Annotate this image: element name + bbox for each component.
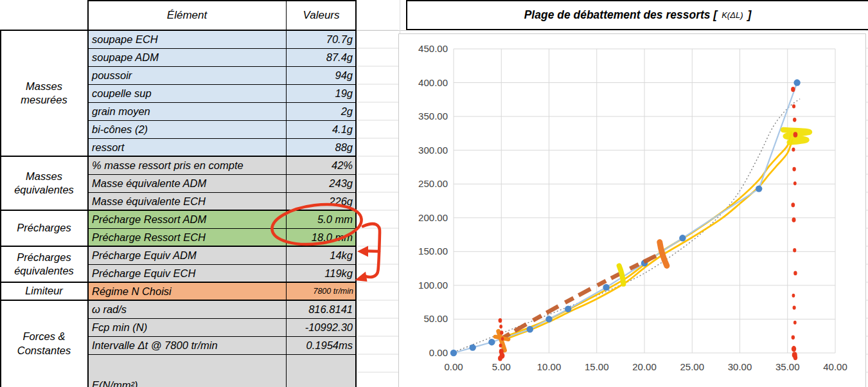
y-axis-tick-label: 150.00: [418, 246, 448, 256]
table-cell-label[interactable]: Précharge Equiv ECH: [88, 264, 286, 282]
table-border: [88, 354, 357, 355]
table-cell-label[interactable]: Précharge Ressort ECH: [88, 228, 286, 246]
row-label: Masse équivalente ADM: [88, 174, 286, 192]
table-border: [0, 30, 357, 31]
spreadsheet-app: ÉlémentValeurssoupape ECH70.7gsoupape AD…: [0, 0, 868, 387]
row-label: coupelle sup: [88, 84, 286, 102]
red-dotted-line-dot: [498, 356, 502, 361]
red-dotted-line-dot: [793, 321, 797, 325]
red-dotted-line-dot: [499, 318, 502, 323]
red-dotted-line-dot: [793, 248, 796, 252]
header-values-label: Valeurs: [286, 0, 357, 30]
table-cell-label[interactable]: Précharge Equiv ADM: [88, 246, 286, 264]
table-border: [88, 120, 357, 121]
table-cell-value[interactable]: 243g: [286, 174, 357, 192]
table-cell-value[interactable]: -10992.30: [286, 318, 357, 336]
row-value: 5.0 mm: [286, 210, 357, 228]
section-label-0[interactable]: Masses mesurées: [0, 30, 88, 156]
table-cell-label[interactable]: ressort: [88, 138, 286, 156]
section-label-1[interactable]: Masses équivalentes: [0, 156, 88, 210]
table-cell-label[interactable]: % masse ressort pris en compte: [88, 156, 286, 174]
row-label: soupape ECH: [88, 30, 286, 48]
table-border: [355, 0, 357, 387]
header-cell-element[interactable]: Élément: [88, 0, 286, 30]
table-cell-value[interactable]: 0.1954ms: [286, 336, 357, 354]
table-cell-label[interactable]: E(N/mm²): [88, 354, 286, 387]
red-dotted-line-dot: [792, 335, 795, 339]
table-cell-value[interactable]: 18.0 mm: [286, 228, 357, 246]
table-cell-label[interactable]: Masse équivalente ECH: [88, 192, 286, 210]
table-cell-label[interactable]: bi-cônes (2): [88, 120, 286, 138]
table-cell-value[interactable]: [286, 354, 357, 387]
header-cell-values[interactable]: Valeurs: [286, 0, 357, 30]
row-value: 2g: [286, 102, 357, 120]
x-axis-tick-label: 5.00: [492, 361, 511, 372]
table-cell-value[interactable]: 7800 tr/min: [286, 282, 357, 300]
table-cell-value[interactable]: 5.0 mm: [286, 210, 357, 228]
blue-data-point: [488, 339, 495, 345]
table-cell-label[interactable]: Précharge Ressort ADM: [88, 210, 286, 228]
row-value: 243g: [286, 174, 357, 192]
spring-deflection-chart[interactable]: 0.0050.00100.00150.00200.00250.00300.003…: [398, 33, 868, 387]
table-cell-value[interactable]: 119kg: [286, 264, 357, 282]
row-label: grain moyen: [88, 102, 286, 120]
red-dotted-line-dot: [793, 181, 797, 185]
table-cell-value[interactable]: 70.7g: [286, 30, 357, 48]
table-cell-value[interactable]: 14kg: [286, 246, 357, 264]
table-border: [88, 0, 357, 1]
y-axis-tick-label: 450.00: [418, 43, 448, 54]
table-border: [88, 336, 357, 337]
row-value: 4.1g: [286, 120, 357, 138]
red-dotted-line-dot: [793, 271, 797, 276]
table-cell-value[interactable]: 87.4g: [286, 48, 357, 66]
table-border: [88, 228, 357, 229]
table-cell-label[interactable]: coupelle sup: [88, 84, 286, 102]
row-value: 19g: [286, 84, 357, 102]
table-cell-value[interactable]: 226g: [286, 192, 357, 210]
row-label: ω rad/s: [88, 300, 286, 318]
table-cell-label[interactable]: poussoir: [88, 66, 286, 84]
row-value: 18.0 mm: [286, 228, 357, 246]
blue-data-point: [793, 79, 800, 86]
table-cell-value[interactable]: 88g: [286, 138, 357, 156]
table-cell-label[interactable]: ω rad/s: [88, 300, 286, 318]
row-label: bi-cônes (2): [88, 120, 286, 138]
x-axis-tick-label: 25.00: [680, 361, 704, 372]
row-label: soupape ADM: [88, 48, 286, 66]
blue-data-point: [756, 185, 762, 192]
section-label-4[interactable]: Limiteur: [0, 282, 88, 300]
row-value: 816.8141: [286, 300, 357, 318]
table-border: [0, 300, 357, 301]
blue-data-point: [450, 350, 457, 356]
red-dotted-line-dot: [792, 147, 795, 151]
row-label: Précharge Equiv ECH: [88, 264, 286, 282]
table-cell-value[interactable]: 42%: [286, 156, 357, 174]
table-cell-label[interactable]: Masse équivalente ADM: [88, 174, 286, 192]
row-value: 14kg: [286, 246, 357, 264]
section-label-5[interactable]: Forces & Constantes: [0, 300, 88, 387]
red-dotted-line-dot: [792, 217, 796, 222]
table-cell-value[interactable]: 94g: [286, 66, 357, 84]
row-value: 87.4g: [286, 48, 357, 66]
chart-title-cell[interactable]: Plage de débattement des ressorts [K(ΔL)…: [406, 0, 868, 30]
table-cell-label[interactable]: Fcp min (N): [88, 318, 286, 336]
table-cell-value[interactable]: 19g: [286, 84, 357, 102]
table-cell-label[interactable]: soupape ADM: [88, 48, 286, 66]
table-cell-label[interactable]: soupape ECH: [88, 30, 286, 48]
blue-data-point: [545, 316, 552, 322]
table-cell-value[interactable]: 4.1g: [286, 120, 357, 138]
red-dotted-line-dot: [791, 87, 795, 92]
y-axis-tick-label: 250.00: [418, 178, 448, 189]
table-cell-label[interactable]: Intervalle Δt @ 7800 tr/min: [88, 336, 286, 354]
table-cell-label[interactable]: grain moyen: [88, 102, 286, 120]
table-cell-label[interactable]: Régime N Choisi: [88, 282, 286, 300]
section-label-2[interactable]: Précharges: [0, 210, 88, 246]
red-dotted-line-dot: [792, 346, 796, 352]
row-label: Intervalle Δt @ 7800 tr/min: [88, 336, 286, 354]
x-axis-tick-label: 35.00: [775, 361, 800, 372]
section-label-3[interactable]: Précharges équivalentes: [0, 246, 88, 282]
table-cell-value[interactable]: 816.8141: [286, 300, 357, 318]
table-cell-value[interactable]: 2g: [286, 102, 357, 120]
row-label: ressort: [88, 138, 286, 156]
row-value: 0.1954ms: [286, 336, 357, 354]
